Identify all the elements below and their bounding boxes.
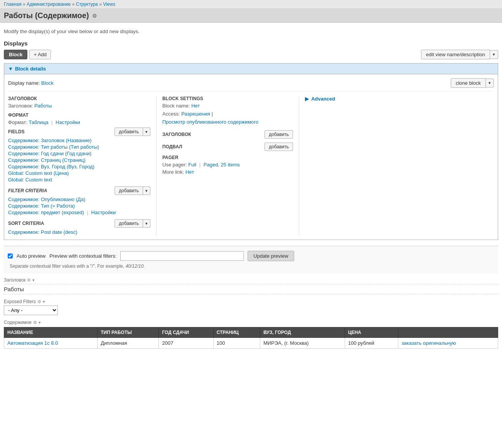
block-name-value[interactable]: Нет	[191, 103, 200, 109]
block-name-row: Block name: Нет	[162, 103, 293, 109]
pager-full-link[interactable]: Full	[188, 162, 196, 168]
auto-preview-label: Auto preview	[17, 253, 45, 259]
cell-university: МИРЭА, (г. Москва)	[260, 338, 345, 349]
update-preview-button[interactable]: Update preview	[248, 251, 294, 261]
advanced-triangle-icon: ▶	[305, 96, 309, 102]
fields-add-button[interactable]: добавить	[115, 128, 143, 136]
fields-header: FIELDS добавить ▾	[8, 128, 150, 136]
col-right: ▶ Advanced	[299, 96, 494, 236]
list-item: Содержимое: Опубликовано (Да)	[8, 196, 150, 202]
add-button[interactable]: + Add	[29, 50, 51, 59]
page-gear-icon[interactable]: ⚙	[92, 13, 97, 19]
list-item: Содержимое: Post date (desc)	[8, 229, 150, 235]
content-table: НАЗВАНИЕ ТИП РАБОТЫ ГОД СДАЧИ СТРАНИЦ ВУ…	[4, 327, 498, 349]
list-item: Global: Custom text (Цена)	[8, 170, 150, 176]
format-tablica-link[interactable]: Таблица	[29, 119, 48, 125]
exposed-filters-section: Exposed Filters ⚙ ▾ - Any -	[4, 299, 498, 315]
col-header-type: ТИП РАБОТЫ	[98, 327, 159, 338]
content-table-title: Содержимое ⚙ ▾	[4, 320, 498, 325]
cell-price: 100 рублей	[345, 338, 398, 349]
contextual-filters-label: Preview with contextual filters:	[49, 253, 116, 259]
advanced-section: ▶ Advanced	[305, 96, 494, 102]
sort-add-group: добавить ▾	[115, 219, 150, 228]
sort-list: Содержимое: Post date (desc)	[8, 229, 150, 235]
advanced-link[interactable]: ▶ Advanced	[305, 96, 335, 102]
breadcrumb-views[interactable]: Views	[103, 2, 115, 7]
zagolovok-link[interactable]: Работы	[34, 103, 52, 109]
breadcrumb-home[interactable]: Главная	[4, 2, 22, 7]
content-table-chevron-icon[interactable]: ▾	[39, 320, 41, 325]
sort-criteria-heading: SORT CRITERIA	[8, 221, 44, 226]
preview-zagolovok-section: Заголовок ⚙ ▾ Работы	[4, 277, 498, 294]
fields-add-dropdown[interactable]: ▾	[143, 128, 150, 136]
access-row: Access: Разрешения |	[162, 111, 293, 117]
block-details-panel: ▼ Block details Display name: Block clon…	[4, 63, 498, 240]
instruction-text: Modify the display(s) of your view below…	[4, 29, 498, 34]
fields-heading: FIELDS	[8, 129, 25, 134]
display-name-row: Display name: Block clone block ▾	[8, 78, 494, 91]
sort-add-button[interactable]: добавить	[115, 219, 143, 228]
podval-add-button[interactable]: добавить	[264, 143, 293, 151]
auto-preview-checkbox[interactable]	[8, 253, 13, 258]
table-row: Автоматизация 1с 8.0 Дипломная 2007 100 …	[4, 338, 498, 349]
filter-add-button[interactable]: добавить	[115, 186, 143, 195]
cell-pages: 100	[213, 338, 260, 349]
block-details-title: Block details	[15, 66, 46, 72]
zagolovok-heading: ЗАГОЛОВОК	[8, 96, 150, 101]
podval-heading: ПОДВАЛ	[162, 144, 182, 149]
displays-toolbar: Block + Add edit view name/description ▾	[4, 50, 498, 59]
content-table-section: Содержимое ⚙ ▾ НАЗВАНИЕ ТИП РАБОТЫ ГОД С…	[4, 320, 498, 349]
list-item: Global: Custom text	[8, 177, 150, 183]
col-header-action	[398, 327, 498, 338]
display-name-label: Display name:	[8, 80, 40, 86]
zagolovok-add-button[interactable]: добавить	[264, 130, 293, 139]
list-item: Содержимое: Страниц (Страниц)	[8, 157, 150, 163]
pager-heading: PAGER	[162, 155, 293, 160]
podval-section-header: ПОДВАЛ добавить	[162, 143, 293, 151]
format-value: Формат: Таблица | Настройки	[8, 119, 150, 125]
collapse-triangle-icon: ▼	[8, 66, 13, 72]
col-header-pages: СТРАНИЦ	[213, 327, 260, 338]
pager-more-row: More link: Нет	[162, 169, 293, 175]
block-details-header[interactable]: ▼ Block details	[4, 64, 498, 74]
sort-add-dropdown[interactable]: ▾	[143, 219, 150, 228]
breadcrumb-admin[interactable]: Администрирование	[27, 2, 71, 7]
access-extra-row: Просмотр опубликованного содержимого	[162, 119, 293, 125]
breadcrumb-structure[interactable]: Структура	[76, 2, 98, 7]
filter-add-group: добавить ▾	[115, 186, 150, 195]
filter-list: Содержимое: Опубликовано (Да) Содержимое…	[8, 196, 150, 215]
clone-block-dropdown[interactable]: ▾	[486, 79, 494, 87]
cell-action: заказать оригинальную	[398, 338, 498, 349]
col-header-year: ГОД СДАЧИ	[159, 327, 213, 338]
filter-criteria-header: FILTER CRITERIA добавить ▾	[8, 186, 150, 195]
row-action-link[interactable]: заказать оригинальную	[401, 340, 456, 346]
preview-zagolovok-gear-icon[interactable]: ⚙	[27, 278, 31, 283]
display-name-value[interactable]: Block	[41, 80, 54, 86]
podval-add-group: добавить	[264, 143, 293, 151]
exposed-filters-chevron-icon[interactable]: ▾	[43, 299, 45, 304]
cell-year: 2007	[159, 338, 213, 349]
access-value[interactable]: Разрешения	[181, 111, 210, 117]
contextual-filter-input[interactable]	[120, 251, 244, 261]
toolbar-right: edit view name/description ▾	[421, 50, 498, 59]
edit-view-dropdown[interactable]: ▾	[490, 50, 498, 59]
chevron-down-icon[interactable]: ▾	[32, 278, 35, 283]
page-header: Работы (Содержимое) ⚙	[0, 9, 502, 23]
edit-view-button[interactable]: edit view name/description	[421, 50, 490, 59]
preview-section: Auto preview Preview with contextual fil…	[4, 246, 498, 273]
exposed-filters-gear-icon[interactable]: ⚙	[37, 299, 41, 304]
zagolovok-section-header: ЗАГОЛОВОК добавить	[162, 130, 293, 139]
pager-paged-link[interactable]: Paged, 25 items	[204, 162, 240, 168]
list-item: Содержимое: Вуз, Город (Вуз, Город)	[8, 164, 150, 169]
content-table-gear-icon[interactable]: ⚙	[33, 320, 37, 325]
clone-block-button[interactable]: clone block	[451, 78, 486, 88]
row-name-link[interactable]: Автоматизация 1с 8.0	[7, 340, 58, 346]
block-button[interactable]: Block	[4, 50, 27, 59]
col-middle: BLOCK SETTINGS Block name: Нет Access: Р…	[157, 96, 299, 236]
filter-add-dropdown[interactable]: ▾	[143, 186, 150, 195]
access-extra-link[interactable]: Просмотр опубликованного содержимого	[162, 119, 258, 125]
exposed-filter-select[interactable]: - Any -	[4, 305, 58, 315]
zagolovok-section-heading: ЗАГОЛОВОК	[162, 132, 191, 137]
format-settings-link[interactable]: Настройки	[56, 119, 80, 125]
pager-more-value[interactable]: Нет	[185, 169, 194, 175]
